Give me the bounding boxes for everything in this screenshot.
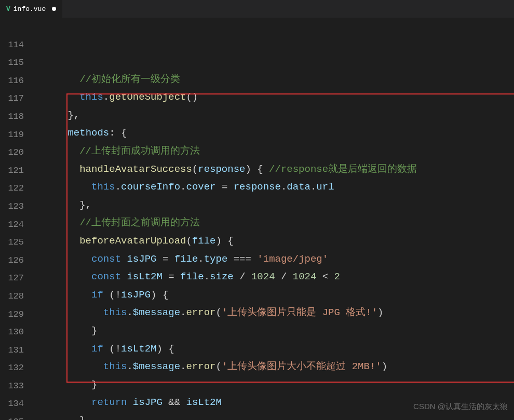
code-line[interactable]: this.courseInfo.cover = response.data.ur… bbox=[32, 178, 514, 196]
code-line[interactable]: return isJPG && isLt2M bbox=[32, 394, 514, 412]
code-line[interactable]: const isJPG = file.type === 'image/jpeg' bbox=[32, 250, 514, 268]
line-number: 134 bbox=[0, 395, 24, 413]
code-line[interactable]: } bbox=[32, 376, 514, 394]
line-number: 122 bbox=[0, 180, 24, 198]
code-content[interactable]: //初始化所有一级分类 this.getOneSubject() }, meth… bbox=[32, 18, 514, 420]
line-number: 125 bbox=[0, 234, 24, 252]
line-number: 132 bbox=[0, 359, 24, 377]
code-line[interactable]: handleAvatarSuccess(response) { //respon… bbox=[32, 160, 514, 179]
code-line[interactable]: this.getOneSubject() bbox=[32, 88, 514, 106]
editor-tab[interactable]: V info.vue bbox=[0, 0, 62, 18]
code-line[interactable]: this.$message.error('上传头像图片大小不能超过 2MB!') bbox=[32, 358, 514, 376]
line-number: 116 bbox=[0, 72, 24, 90]
code-line[interactable]: //初始化所有一级分类 bbox=[32, 71, 514, 89]
code-line[interactable]: //上传封面之前调用的方法 bbox=[32, 214, 514, 232]
line-number: 131 bbox=[0, 342, 24, 360]
line-number: 124 bbox=[0, 216, 24, 234]
code-line[interactable]: methods: { bbox=[32, 124, 514, 142]
tab-bar: V info.vue bbox=[0, 0, 514, 18]
line-number: 129 bbox=[0, 306, 24, 324]
line-number: 127 bbox=[0, 269, 24, 288]
code-line[interactable]: }, bbox=[32, 196, 514, 214]
line-number: 117 bbox=[0, 90, 24, 108]
line-number-gutter: 1141151161171181191201211221231241251261… bbox=[0, 18, 32, 420]
line-number: 119 bbox=[0, 126, 24, 144]
code-line[interactable]: const isLt2M = file.size / 1024 / 1024 <… bbox=[32, 268, 514, 286]
line-number: 130 bbox=[0, 323, 24, 342]
line-number: 135 bbox=[0, 413, 24, 420]
code-line[interactable]: this.$message.error('上传头像图片只能是 JPG 格式!') bbox=[32, 304, 514, 322]
line-number: 123 bbox=[0, 198, 24, 216]
line-number: 133 bbox=[0, 377, 24, 396]
line-number: 115 bbox=[0, 54, 24, 72]
code-line[interactable]: //上传封面成功调用的方法 bbox=[32, 142, 514, 160]
code-line[interactable]: if (!isLt2M) { bbox=[32, 340, 514, 358]
tab-filename: info.vue bbox=[13, 5, 46, 13]
code-line[interactable]: }, bbox=[32, 412, 514, 420]
line-number bbox=[0, 18, 24, 36]
code-line[interactable]: if (!isJPG) { bbox=[32, 286, 514, 304]
line-number: 118 bbox=[0, 108, 24, 126]
code-line[interactable]: }, bbox=[32, 106, 514, 125]
code-line[interactable] bbox=[32, 52, 514, 71]
line-number: 121 bbox=[0, 162, 24, 180]
line-number: 114 bbox=[0, 36, 24, 55]
modified-indicator-icon bbox=[52, 7, 56, 11]
code-editor[interactable]: 1141151161171181191201211221231241251261… bbox=[0, 18, 514, 420]
line-number: 128 bbox=[0, 288, 24, 306]
line-number: 120 bbox=[0, 144, 24, 162]
line-number: 126 bbox=[0, 252, 24, 270]
code-line[interactable]: } bbox=[32, 322, 514, 340]
code-line[interactable]: beforeAvatarUpload(file) { bbox=[32, 232, 514, 250]
vue-file-icon: V bbox=[6, 5, 10, 13]
